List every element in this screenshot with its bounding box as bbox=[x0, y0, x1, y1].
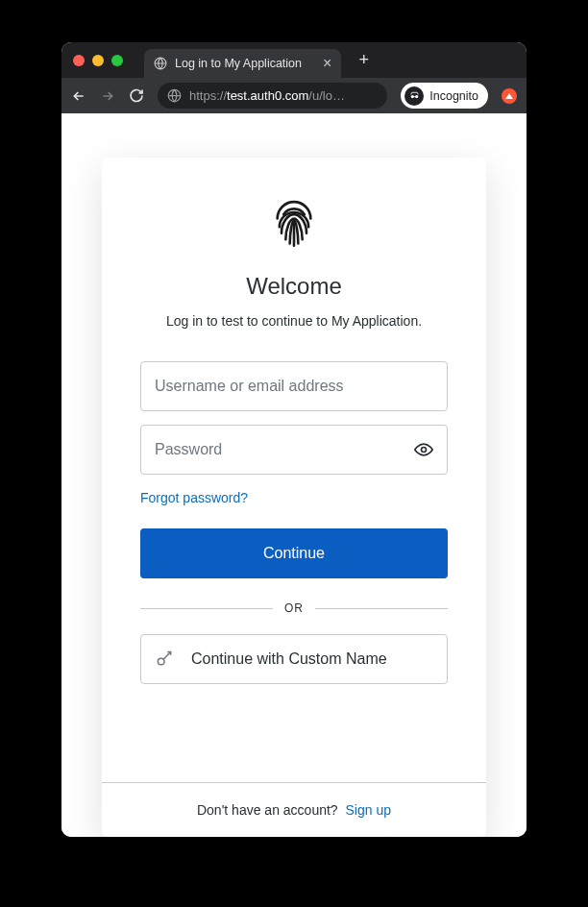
page-viewport: Welcome Log in to test to continue to My… bbox=[61, 113, 527, 837]
window-controls bbox=[73, 55, 123, 66]
password-input[interactable] bbox=[155, 441, 414, 458]
password-field-wrapper bbox=[140, 425, 448, 475]
close-tab-button[interactable]: × bbox=[323, 55, 331, 72]
back-button[interactable] bbox=[71, 88, 86, 104]
key-icon bbox=[155, 650, 174, 669]
new-tab-button[interactable]: + bbox=[358, 50, 369, 70]
continue-button[interactable]: Continue bbox=[140, 528, 448, 578]
toolbar: https://test.auth0.com/u/lo… Incognito bbox=[61, 78, 527, 113]
svg-point-3 bbox=[415, 95, 418, 98]
browser-tab[interactable]: Log in to My Application × bbox=[144, 49, 341, 78]
card-footer: Don't have an account? Sign up bbox=[102, 782, 486, 837]
divider-line bbox=[140, 608, 273, 609]
tab-title: Log in to My Application bbox=[175, 57, 302, 70]
incognito-icon bbox=[404, 86, 424, 106]
titlebar: Log in to My Application × + bbox=[61, 42, 527, 78]
show-password-button[interactable] bbox=[414, 440, 433, 459]
incognito-badge[interactable]: Incognito bbox=[401, 83, 488, 109]
signup-link[interactable]: Sign up bbox=[346, 802, 391, 818]
browser-window: Log in to My Application × + https://tes… bbox=[61, 42, 527, 837]
forgot-password-link[interactable]: Forgot password? bbox=[140, 490, 248, 505]
incognito-label: Incognito bbox=[429, 89, 478, 103]
svg-point-4 bbox=[422, 448, 427, 453]
close-window-button[interactable] bbox=[73, 55, 85, 66]
svg-point-2 bbox=[410, 95, 413, 98]
extension-icon[interactable] bbox=[502, 88, 517, 104]
username-field-wrapper bbox=[140, 361, 448, 411]
footer-text: Don't have an account? bbox=[197, 802, 338, 818]
forward-button[interactable] bbox=[100, 88, 115, 104]
site-info-icon[interactable] bbox=[167, 88, 182, 103]
divider-line bbox=[315, 608, 448, 609]
divider-or: OR bbox=[140, 601, 448, 615]
social-login-button[interactable]: Continue with Custom Name bbox=[140, 634, 448, 684]
minimize-window-button[interactable] bbox=[92, 55, 104, 66]
maximize-window-button[interactable] bbox=[111, 55, 123, 66]
username-input[interactable] bbox=[155, 378, 433, 395]
page-subtitle: Log in to test to continue to My Applica… bbox=[166, 313, 422, 329]
social-login-label: Continue with Custom Name bbox=[191, 650, 387, 668]
address-bar[interactable]: https://test.auth0.com/u/lo… bbox=[158, 83, 387, 109]
reload-button[interactable] bbox=[129, 88, 144, 104]
url-text: https://test.auth0.com/u/lo… bbox=[189, 88, 345, 103]
login-card: Welcome Log in to test to continue to My… bbox=[102, 158, 486, 837]
globe-icon bbox=[154, 57, 167, 70]
page-title: Welcome bbox=[246, 273, 342, 300]
fingerprint-icon bbox=[269, 200, 319, 250]
or-label: OR bbox=[284, 601, 304, 615]
